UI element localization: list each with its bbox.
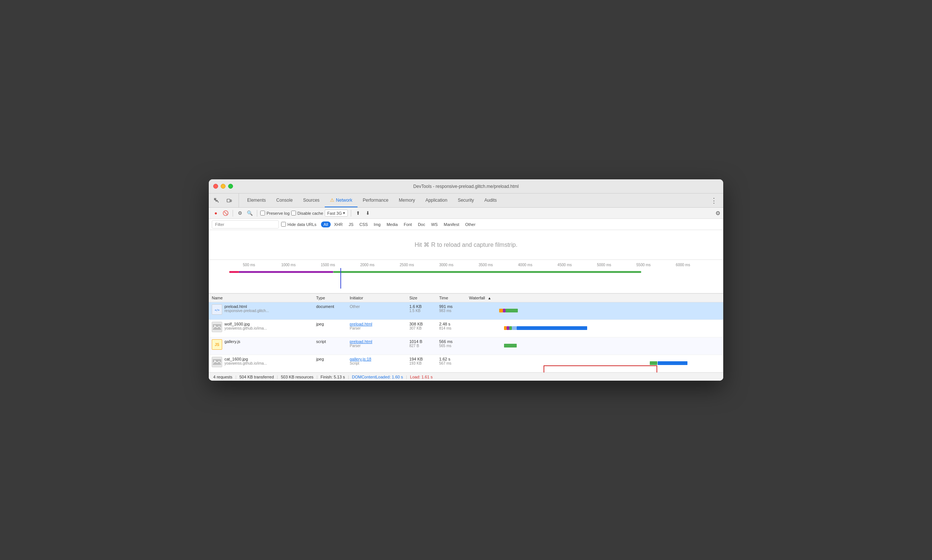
tab-audits[interactable]: Audits bbox=[479, 194, 502, 207]
type-cell: jpeg bbox=[313, 320, 347, 337]
tab-network[interactable]: ⚠ Network bbox=[325, 194, 357, 207]
preserve-log-label[interactable]: Preserve log bbox=[260, 211, 290, 215]
tabs: Elements Console Sources ⚠ Network Perfo… bbox=[242, 194, 707, 207]
type-cell: jpeg bbox=[313, 355, 347, 372]
col-waterfall[interactable]: Waterfall ▲ bbox=[466, 294, 723, 302]
filter-doc[interactable]: Doc bbox=[415, 222, 428, 228]
tick-4500: 4500 ms bbox=[545, 263, 584, 267]
file-icon-html: </> bbox=[212, 304, 222, 315]
table-row[interactable]: </> preload.html responsive-preload.glit… bbox=[209, 302, 723, 320]
filter-ws[interactable]: WS bbox=[428, 222, 440, 228]
name-text: cat_1600.jpg yoavweiss.github.io/ima... bbox=[225, 357, 267, 365]
table-header-row: Name Type Initiator Size Time Waterfall … bbox=[209, 294, 723, 302]
network-table: Name Type Initiator Size Time Waterfall … bbox=[209, 294, 723, 372]
minimize-button[interactable] bbox=[221, 184, 226, 189]
filmstrip-hint: Hit ⌘ R to reload and capture filmstrip. bbox=[415, 241, 517, 248]
resources-size: 503 KB resources bbox=[281, 375, 313, 379]
filter-icon[interactable]: ⚙ bbox=[236, 209, 244, 217]
record-button[interactable]: ● bbox=[212, 209, 220, 217]
inspect-icon[interactable] bbox=[212, 196, 221, 205]
time-cell: 2.48 s 814 ms bbox=[436, 320, 466, 337]
clear-button[interactable]: 🚫 bbox=[221, 209, 230, 217]
waterfall-cell-3 bbox=[466, 337, 723, 355]
throttle-dropdown[interactable]: Fast 3G ▾ bbox=[325, 209, 348, 217]
file-icon-img bbox=[212, 322, 222, 332]
hide-data-urls-checkbox[interactable] bbox=[281, 222, 286, 227]
initiator-cell: Other bbox=[347, 302, 406, 320]
settings-button[interactable]: ⚙ bbox=[715, 210, 720, 217]
filter-manifest[interactable]: Manifest bbox=[441, 222, 462, 228]
name-cell: JS gallery.js bbox=[209, 337, 313, 355]
tick-2500: 2500 ms bbox=[387, 263, 426, 267]
filter-media[interactable]: Media bbox=[384, 222, 400, 228]
disable-cache-checkbox[interactable] bbox=[291, 211, 296, 215]
initiator-cell: preload.html Parser bbox=[347, 337, 406, 355]
col-size[interactable]: Size bbox=[406, 294, 436, 302]
devtools-window: DevTools - responsive-preload.glitch.me/… bbox=[209, 179, 723, 381]
filter-font[interactable]: Font bbox=[401, 222, 415, 228]
file-icon-img2 bbox=[212, 357, 222, 367]
size-cell: 1.6 KB 1.5 KB bbox=[406, 302, 436, 320]
export-button[interactable]: ⬇ bbox=[364, 209, 372, 217]
size-cell: 1014 B 827 B bbox=[406, 337, 436, 355]
table-row[interactable]: wolf_1600.jpg yoavweiss.github.io/ima...… bbox=[209, 320, 723, 337]
finish-time: Finish: 5.13 s bbox=[321, 375, 345, 379]
transferred-size: 504 KB transferred bbox=[239, 375, 274, 379]
disable-cache-label[interactable]: Disable cache bbox=[291, 211, 323, 215]
maximize-button[interactable] bbox=[228, 184, 233, 189]
hide-data-urls-label[interactable]: Hide data URLs bbox=[281, 222, 317, 227]
time-cell: 566 ms 565 ms bbox=[436, 337, 466, 355]
filter-bar: Hide data URLs All XHR JS CSS Img Media … bbox=[209, 219, 723, 230]
tab-performance[interactable]: Performance bbox=[357, 194, 394, 207]
tick-1000: 1000 ms bbox=[269, 263, 308, 267]
filter-other[interactable]: Other bbox=[463, 222, 478, 228]
tab-application[interactable]: Application bbox=[420, 194, 452, 207]
device-toolbar-icon[interactable] bbox=[225, 196, 234, 205]
status-bar: 4 requests | 504 KB transferred | 503 KB… bbox=[209, 372, 723, 381]
more-tabs-button[interactable]: ⋮ bbox=[707, 194, 720, 207]
table-wrap: Name Type Initiator Size Time Waterfall … bbox=[209, 294, 723, 372]
type-cell: document bbox=[313, 302, 347, 320]
filter-css[interactable]: CSS bbox=[357, 222, 371, 228]
tab-icons bbox=[212, 194, 239, 207]
waterfall-cell-1 bbox=[466, 302, 723, 320]
table-row[interactable]: JS gallery.js script preload.html Parser bbox=[209, 337, 723, 355]
filter-js[interactable]: JS bbox=[346, 222, 356, 228]
search-button[interactable]: 🔍 bbox=[246, 209, 254, 217]
tick-3000: 3000 ms bbox=[426, 263, 466, 267]
timeline-ruler: 500 ms 1000 ms 1500 ms 2000 ms 2500 ms 3… bbox=[229, 262, 723, 268]
col-type[interactable]: Type bbox=[313, 294, 347, 302]
table-row[interactable]: cat_1600.jpg yoavweiss.github.io/ima... … bbox=[209, 355, 723, 372]
tab-memory[interactable]: Memory bbox=[394, 194, 420, 207]
tick-2000: 2000 ms bbox=[348, 263, 387, 267]
initiator-cell: gallery.js:18 Script bbox=[347, 355, 406, 372]
import-button[interactable]: ⬆ bbox=[354, 209, 362, 217]
col-name[interactable]: Name bbox=[209, 294, 313, 302]
size-cell: 308 KB 307 KB bbox=[406, 320, 436, 337]
tab-console[interactable]: Console bbox=[271, 194, 298, 207]
chevron-down-icon: ▾ bbox=[343, 211, 345, 215]
filter-img[interactable]: Img bbox=[371, 222, 383, 228]
timeline-area: 500 ms 1000 ms 1500 ms 2000 ms 2500 ms 3… bbox=[209, 260, 723, 294]
col-initiator[interactable]: Initiator bbox=[347, 294, 406, 302]
load-time: Load: 1.61 s bbox=[410, 375, 433, 379]
tick-4000: 4000 ms bbox=[506, 263, 545, 267]
filter-xhr[interactable]: XHR bbox=[331, 222, 345, 228]
tab-elements[interactable]: Elements bbox=[242, 194, 271, 207]
name-text: gallery.js bbox=[225, 339, 240, 344]
col-time[interactable]: Time bbox=[436, 294, 466, 302]
preserve-log-checkbox[interactable] bbox=[260, 211, 265, 215]
name-text: wolf_1600.jpg yoavweiss.github.io/ima... bbox=[225, 322, 267, 330]
filter-all[interactable]: All bbox=[321, 222, 331, 228]
tab-sources[interactable]: Sources bbox=[298, 194, 325, 207]
close-button[interactable] bbox=[213, 184, 218, 189]
title-bar: DevTools - responsive-preload.glitch.me/… bbox=[209, 179, 723, 194]
tick-1500: 1500 ms bbox=[308, 263, 348, 267]
name-cell: </> preload.html responsive-preload.glit… bbox=[209, 302, 313, 320]
filter-input[interactable] bbox=[212, 220, 279, 229]
size-cell: 194 KB 193 KB bbox=[406, 355, 436, 372]
tab-security[interactable]: Security bbox=[452, 194, 479, 207]
tab-bar: Elements Console Sources ⚠ Network Perfo… bbox=[209, 194, 723, 208]
filmstrip-area: Hit ⌘ R to reload and capture filmstrip. bbox=[209, 230, 723, 260]
tick-6000: 6000 ms bbox=[663, 263, 703, 267]
